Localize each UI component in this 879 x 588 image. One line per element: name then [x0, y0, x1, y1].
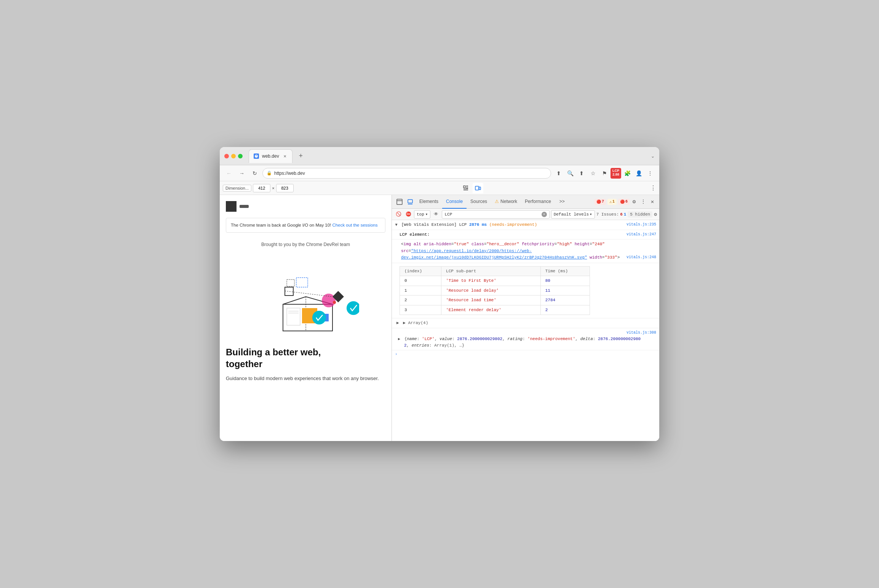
width-input[interactable] [253, 184, 270, 192]
more-tabs-button[interactable]: >> [556, 195, 569, 209]
error-badge-red: 🔴 7 [595, 199, 606, 205]
tab-sources[interactable]: Sources [467, 195, 491, 209]
context-selector[interactable]: top ▾ [414, 210, 430, 219]
devtools-close-button[interactable]: ✕ [648, 197, 657, 206]
devtools-more-button[interactable]: ⋮ [639, 197, 648, 206]
source-link-3[interactable]: vitals.js:248 [626, 254, 656, 260]
height-input[interactable] [276, 184, 294, 192]
menu-icon[interactable]: ⋮ [645, 168, 655, 179]
prompt-arrow-icon: › [395, 352, 398, 356]
hero-title: Building a better web,together [226, 346, 385, 370]
address-bar[interactable]: 🔒 https://web.dev [262, 168, 551, 179]
flag-icon[interactable]: ⚑ [599, 168, 610, 179]
tab-performance[interactable]: Performance [521, 195, 555, 209]
tab-close-button[interactable]: ✕ [282, 153, 288, 159]
show-live-expression-button[interactable]: 👁 [432, 210, 440, 219]
array-arrow-icon: ▶ [396, 321, 399, 325]
svg-point-22 [333, 301, 336, 304]
devtools-badges: 🔴 7 ⚠ 1 🔴 6 [595, 199, 630, 205]
tab-favicon [254, 153, 259, 159]
dock-icon[interactable] [394, 197, 405, 207]
extensions-icon[interactable]: 🧩 [622, 168, 633, 179]
dim-more[interactable]: ⋮ [650, 184, 656, 192]
web-page-panel: The Chrome team is back at Google I/O on… [220, 195, 392, 441]
refresh-button[interactable]: ↻ [249, 168, 260, 179]
browser-tab[interactable]: web.dev ✕ [249, 149, 292, 163]
svg-point-18 [347, 301, 359, 315]
bookmark-icon[interactable]: ☆ [588, 168, 598, 179]
img-src-link[interactable]: "https://app.requestl.io/delay/2000/http… [401, 249, 587, 260]
expand-lcp-arrow[interactable]: ▶ [393, 224, 399, 226]
tab-elements[interactable]: Elements [416, 195, 442, 209]
console-object-entry: vitals.js:308 ▶ {name: 'LCP', value: 287… [392, 328, 659, 351]
console-toolbar: 🚫 ⛔ top ▾ 👁 LCP ✕ Default levels ▾ 7 Iss… [392, 209, 659, 220]
info-banner: The Chrome team is back at Google I/O on… [226, 218, 385, 233]
console-lcp-element: LCP element: vitals.js:247 [392, 230, 659, 240]
search-icon[interactable]: 🔍 [565, 168, 575, 179]
pause-on-exception-button[interactable]: ⛔ [404, 210, 412, 219]
console-settings-button[interactable]: ⚙ [654, 211, 657, 217]
table-row: 2 'Resource load time' 2784 [400, 296, 590, 305]
close-traffic-light[interactable] [224, 154, 229, 158]
svg-rect-19 [285, 287, 293, 296]
console-img-tag: <img alt aria-hidden="true" class="hero_… [392, 240, 659, 263]
lcp-header-text: [Web Vitals Extension] LCP 2876 ms (need… [401, 222, 537, 227]
console-content: ▶ [Web Vitals Extension] LCP 2876 ms (ne… [392, 220, 659, 441]
banner-text: The Chrome team is back at Google I/O on… [231, 223, 331, 227]
error-badge-yellow: ⚠ 1 [607, 199, 617, 205]
console-lcp-header: ▶ [Web Vitals Extension] LCP 2876 ms (ne… [392, 220, 659, 230]
svg-rect-24 [296, 278, 308, 287]
clear-search-button[interactable]: ✕ [542, 212, 547, 217]
svg-rect-25 [397, 199, 402, 205]
object-expand-arrow[interactable]: ▶ [398, 337, 400, 341]
browser-window: web.dev ✕ + ⌄ ← → ↻ 🔒 https://web.dev ⬆ … [220, 147, 659, 441]
devtools-settings-button[interactable]: ⚙ [630, 197, 639, 206]
inspect-element-button[interactable] [460, 183, 471, 193]
array-expand-button[interactable]: ▶ ▶ Array(4) [396, 321, 428, 325]
tab-network[interactable]: ⚠ Network [491, 195, 521, 209]
table-row: 3 'Element render delay' 2 [400, 305, 590, 315]
new-tab-button[interactable]: + [296, 151, 306, 161]
logo-rect [240, 205, 249, 208]
svg-rect-23 [287, 280, 294, 286]
device-toolbar-button[interactable] [473, 183, 483, 193]
download-icon[interactable]: ⬆ [553, 168, 564, 179]
forward-button[interactable]: → [237, 168, 247, 179]
col-sub-part: LCP sub-part [441, 266, 541, 276]
svg-rect-13 [287, 308, 300, 325]
col-time: Time (ms) [540, 266, 590, 276]
back-button[interactable]: ← [224, 168, 234, 179]
nav-bar: ← → ↻ 🔒 https://web.dev ⬆ 🔍 ⬆ ☆ ⚑ LCP 2.… [220, 165, 659, 181]
dim-separator: × [272, 186, 274, 190]
window-menu-button[interactable]: ⌄ [651, 153, 655, 159]
tab-title: web.dev [262, 153, 279, 159]
clear-console-button[interactable]: 🚫 [394, 210, 403, 219]
hero-illustration [226, 255, 385, 339]
share-icon[interactable]: ⬆ [576, 168, 587, 179]
console-table-entry: (index) LCP sub-part Time (ms) 0 'Time t… [392, 263, 659, 319]
lock-icon: 🔒 [267, 171, 272, 176]
console-array-entry: ▶ ▶ Array(4) [392, 318, 659, 328]
hidden-count-badge: 5 hidden [628, 211, 652, 217]
title-bar: web.dev ✕ + ⌄ [220, 147, 659, 165]
source-link-1[interactable]: vitals.js:235 [626, 222, 656, 227]
error-badge-red2: 🔴 6 [618, 199, 630, 205]
source-link-2[interactable]: vitals.js:247 [626, 232, 656, 237]
minimize-traffic-light[interactable] [231, 154, 236, 158]
lcp-element-label: LCP element: [400, 232, 430, 237]
tab-console[interactable]: Console [442, 195, 467, 209]
lcp-badge: LCP 2.88 [611, 168, 621, 179]
main-area: The Chrome team is back at Google I/O on… [220, 195, 659, 441]
console-prompt[interactable]: › [392, 350, 659, 358]
banner-link[interactable]: Check out the sessions [332, 223, 378, 227]
error-icon2: 🔴 [620, 200, 625, 204]
warning-icon: ⚠ [609, 200, 612, 204]
source-link-4[interactable]: vitals.js:308 [626, 330, 656, 336]
profile-icon[interactable]: 👤 [633, 168, 644, 179]
maximize-traffic-light[interactable] [238, 154, 243, 158]
console-filter-input[interactable]: LCP ✕ [442, 210, 549, 219]
cursor-icon[interactable] [405, 197, 416, 207]
logo-square [226, 201, 237, 212]
log-levels-selector[interactable]: Default levels ▾ [551, 210, 595, 219]
dimension-label: Dimension... [223, 185, 251, 192]
